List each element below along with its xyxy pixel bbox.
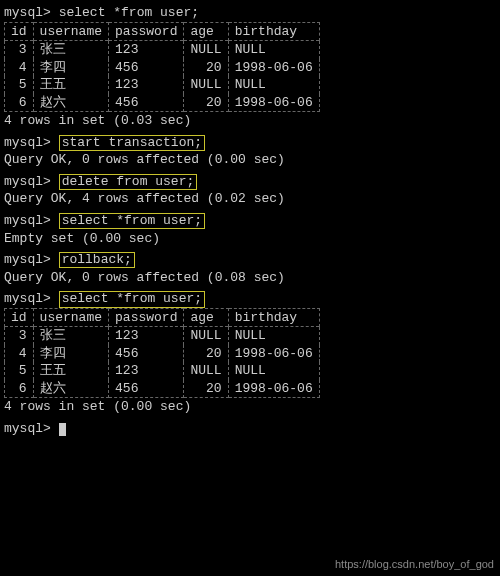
result-table-1: idusernamepasswordagebirthday 3张三123NULL…: [4, 22, 320, 113]
watermark: https://blog.csdn.net/boy_of_god: [335, 557, 494, 572]
cursor-icon: [59, 423, 66, 436]
table-row: 6赵六456201998-06-06: [5, 94, 320, 112]
msg-rows-set-1: 4 rows in set (0.03 sec): [4, 112, 500, 130]
cmd-select2: select *from user;: [59, 213, 205, 229]
col-username: username: [33, 22, 108, 41]
cmd-select3: select *from user;: [59, 291, 205, 307]
prompt: mysql>: [4, 5, 51, 20]
msg-empty: Empty set (0.00 sec): [4, 230, 500, 248]
col-age: age: [184, 22, 228, 41]
col-password: password: [109, 22, 184, 41]
table-row: 5王五123NULLNULL: [5, 362, 320, 380]
msg-rows-set-2: 4 rows in set (0.00 sec): [4, 398, 500, 416]
col-birthday: birthday: [228, 22, 319, 41]
prompt-idle[interactable]: mysql>: [4, 420, 500, 438]
cmd-line-select2: mysql> select *from user;: [4, 212, 500, 230]
table-row: 3张三123NULLNULL: [5, 41, 320, 59]
msg-ok-0-008: Query OK, 0 rows affected (0.08 sec): [4, 269, 500, 287]
cmd-start-transaction: start transaction;: [59, 135, 205, 151]
table-row: 4李四456201998-06-06: [5, 59, 320, 77]
cmd-line-start-tx: mysql> start transaction;: [4, 134, 500, 152]
table-row: 5王五123NULLNULL: [5, 76, 320, 94]
table-row: 6赵六456201998-06-06: [5, 380, 320, 398]
cmd-rollback: rollback;: [59, 252, 135, 268]
cmd-delete: delete from user;: [59, 174, 198, 190]
table-row: 4李四456201998-06-06: [5, 345, 320, 363]
table-row: 3张三123NULLNULL: [5, 327, 320, 345]
cmd-line-select3: mysql> select *from user;: [4, 290, 500, 308]
cmd-line-select1: mysql> select *from user;: [4, 4, 500, 22]
col-id: id: [5, 22, 34, 41]
result-table-2: idusernamepasswordagebirthday 3张三123NULL…: [4, 308, 320, 399]
terminal[interactable]: mysql> select *from user; idusernamepass…: [0, 0, 500, 576]
cmd-select1: select *from user;: [59, 5, 199, 20]
msg-ok-0-000: Query OK, 0 rows affected (0.00 sec): [4, 151, 500, 169]
msg-ok-4-002: Query OK, 4 rows affected (0.02 sec): [4, 190, 500, 208]
cmd-line-delete: mysql> delete from user;: [4, 173, 500, 191]
cmd-line-rollback: mysql> rollback;: [4, 251, 500, 269]
